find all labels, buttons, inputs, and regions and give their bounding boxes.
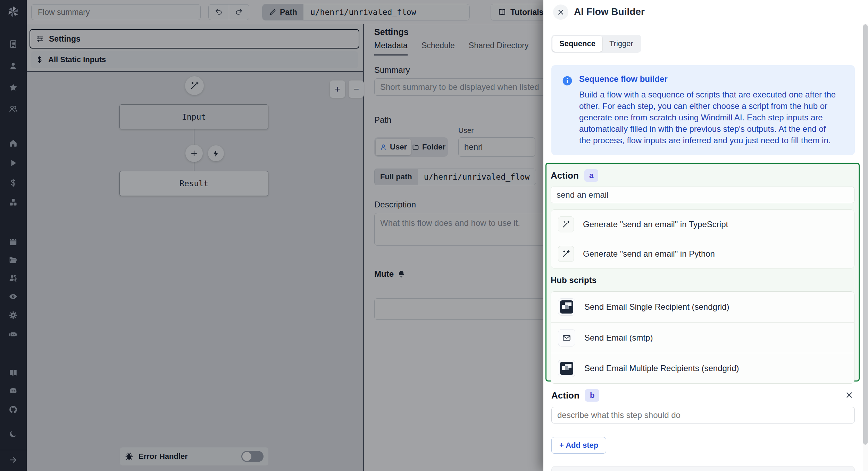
remove-step-button[interactable] xyxy=(845,391,854,400)
step-b-label: Action xyxy=(551,390,579,401)
hub-script-label: Send Email Single Recipient (sendgrid) xyxy=(584,302,729,312)
info-content: Sequence flow builder Build a flow with … xyxy=(579,74,836,146)
step-a-badge: a xyxy=(584,169,598,182)
magic-wand-icon xyxy=(558,216,574,232)
step-a-header: Action a xyxy=(551,169,854,182)
hub-script-item[interactable]: Send Email (smtp) xyxy=(551,322,854,353)
hub-script-label: Send Email (smtp) xyxy=(584,333,653,343)
hub-scripts-label: Hub scripts xyxy=(551,275,854,285)
add-step-label: + Add step xyxy=(559,441,598,450)
step-b-prompt-input[interactable] xyxy=(551,407,855,423)
generate-typescript-option[interactable]: Generate "send an email" in TypeScript xyxy=(551,210,854,239)
hub-script-label: Send Email Multiple Recipients (sendgrid… xyxy=(584,363,739,373)
envelope-icon xyxy=(558,329,575,346)
info-icon xyxy=(562,75,573,146)
close-icon xyxy=(557,8,565,16)
drawer-scrollbar[interactable] xyxy=(863,24,868,471)
info-title: Sequence flow builder xyxy=(579,74,836,84)
step-a-prompt-input[interactable] xyxy=(551,187,854,203)
close-icon xyxy=(845,391,854,400)
add-step-button[interactable]: + Add step xyxy=(551,437,606,454)
tab-sequence[interactable]: Sequence xyxy=(552,36,602,52)
step-b-badge: b xyxy=(585,389,599,402)
action-step-b-header: Action b xyxy=(551,389,599,402)
generate-python-option[interactable]: Generate "send an email" in Python xyxy=(551,239,854,268)
sendgrid-logo-icon xyxy=(558,298,575,316)
hub-script-item[interactable]: Send Email Multiple Recipients (sendgrid… xyxy=(551,353,854,383)
builder-mode-tabs: Sequence Trigger xyxy=(551,35,641,53)
generate-options-group: Generate "send an email" in TypeScript G… xyxy=(551,209,854,268)
drawer-title: AI Flow Builder xyxy=(574,6,645,17)
next-section-box xyxy=(551,466,855,471)
step-a-label: Action xyxy=(551,170,579,181)
generate-option-label: Generate "send an email" in TypeScript xyxy=(583,220,728,229)
info-body: Build a flow with a sequence of scripts … xyxy=(579,89,836,146)
tab-trigger[interactable]: Trigger xyxy=(602,36,640,52)
magic-wand-icon xyxy=(558,246,574,262)
generate-option-label: Generate "send an email" in Python xyxy=(583,249,715,259)
ai-flow-builder-drawer: AI Flow Builder Sequence Trigger Sequenc… xyxy=(543,0,868,471)
hub-scripts-group: Send Email Single Recipient (sendgrid) S… xyxy=(551,291,854,384)
hub-script-item[interactable]: Send Email Single Recipient (sendgrid) xyxy=(551,292,854,322)
scrollbar-thumb[interactable] xyxy=(863,24,868,445)
action-step-a: Action a Generate "send an email" in Typ… xyxy=(545,163,860,382)
info-callout: Sequence flow builder Build a flow with … xyxy=(551,65,855,155)
sendgrid-logo-icon xyxy=(558,360,575,377)
drawer-close-button[interactable] xyxy=(553,5,568,20)
drawer-header: AI Flow Builder xyxy=(543,0,868,24)
